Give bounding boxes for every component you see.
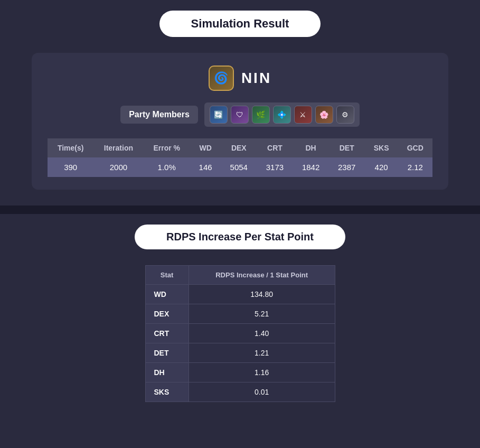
rdps-row: CRT1.40 [145,324,335,343]
rdps-title: RDPS Increase Per Stat Point [135,225,345,249]
rdps-table: Stat RDPS Increase / 1 Stat Point WD134.… [145,265,335,402]
rdps-stat-4: DH [145,363,189,382]
job-header: 🌀 NIN [48,66,432,91]
rdps-stat-5: SKS [145,382,189,402]
rdps-stat-3: DET [145,343,189,363]
party-member-icon-2[interactable]: 🌿 [252,106,270,124]
col-wd: WD [190,138,221,157]
val-dex: 5054 [221,157,257,177]
party-member-icon-4[interactable]: ⚔ [294,106,312,124]
col-sks: SKS [365,138,398,157]
rdps-value-1: 5.21 [189,304,335,324]
val-error: 1.0% [143,157,190,177]
rdps-stat-1: DEX [145,304,189,324]
rdps-value-0: 134.80 [189,285,335,304]
simulation-result-title: Simulation Result [159,11,321,37]
main-card: 🌀 NIN Party Members 🔄 🛡 🌿 💠 ⚔ 🌸 ⚙ Time(s… [32,53,448,190]
rdps-row: DEX5.21 [145,304,335,324]
col-dex: DEX [221,138,257,157]
party-member-icon-1[interactable]: 🛡 [231,106,249,124]
col-crt: CRT [257,138,293,157]
job-icon: 🌀 [209,66,234,91]
col-det: DET [329,138,365,157]
party-member-icon-3[interactable]: 💠 [273,106,291,124]
party-icons-container: 🔄 🛡 🌿 💠 ⚔ 🌸 ⚙ [204,102,360,127]
party-member-icon-5[interactable]: 🌸 [315,106,333,124]
col-time: Time(s) [48,138,93,157]
rdps-stat-0: WD [145,285,189,304]
stats-table: Time(s) Iteration Error % WD DEX CRT DH … [48,138,432,177]
col-gcd: GCD [398,138,432,157]
job-name: NIN [241,70,271,87]
rdps-row: WD134.80 [145,285,335,304]
rdps-row: DET1.21 [145,343,335,363]
col-iteration: Iteration [93,138,143,157]
rdps-row: DH1.16 [145,363,335,382]
val-wd: 146 [190,157,221,177]
rdps-value-2: 1.40 [189,324,335,343]
party-members-label: Party Members [120,106,198,124]
rdps-value-3: 1.21 [189,343,335,363]
rdps-stat-2: CRT [145,324,189,343]
rdps-row: SKS0.01 [145,382,335,402]
party-row: Party Members 🔄 🛡 🌿 💠 ⚔ 🌸 ⚙ [48,102,432,127]
val-gcd: 2.12 [398,157,432,177]
val-crt: 3173 [257,157,293,177]
val-iteration: 2000 [93,157,143,177]
stats-data-row: 390 2000 1.0% 146 5054 3173 1842 2387 42… [48,157,432,177]
section-divider [0,206,480,214]
rdps-col-stat: Stat [145,266,189,285]
party-member-icon-6[interactable]: ⚙ [336,106,354,124]
col-dh: DH [293,138,329,157]
val-dh: 1842 [293,157,329,177]
val-time: 390 [48,157,93,177]
party-member-icon-0[interactable]: 🔄 [210,106,228,124]
bottom-section: RDPS Increase Per Stat Point Stat RDPS I… [0,214,480,423]
rdps-value-5: 0.01 [189,382,335,402]
rdps-col-value: RDPS Increase / 1 Stat Point [189,266,335,285]
val-sks: 420 [365,157,398,177]
col-error: Error % [143,138,190,157]
val-det: 2387 [329,157,365,177]
rdps-value-4: 1.16 [189,363,335,382]
